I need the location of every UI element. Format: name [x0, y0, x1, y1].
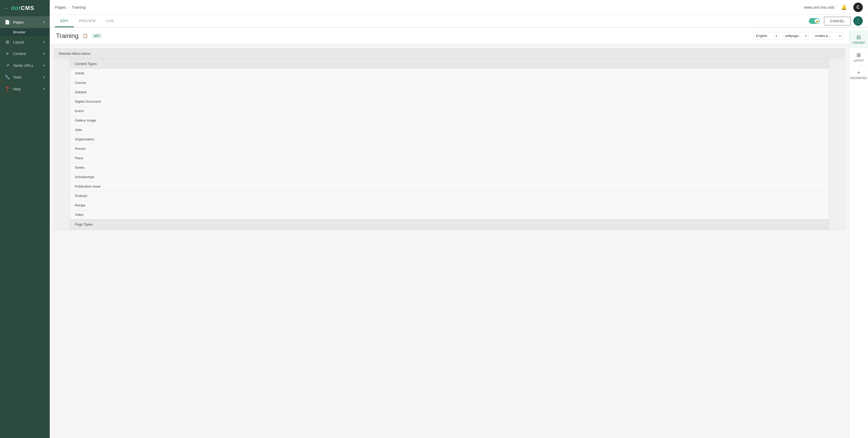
breadcrumb-separator: › [68, 5, 70, 9]
page-title-bar: Training 📋 API English Spanish French ed… [50, 28, 849, 44]
tab-preview[interactable]: PREVIEW [74, 15, 101, 27]
reorder-header: Reorder-Menu-Items [54, 49, 845, 59]
language-select-wrapper: English Spanish French [753, 32, 779, 39]
content-type-item[interactable]: Digital Document [70, 97, 829, 106]
page-content: Training 📋 API English Spanish French ed… [50, 28, 868, 438]
layout-icon: ⊞ [5, 39, 10, 45]
sidebar-item-layout-label: Layout [13, 40, 40, 44]
content-type-item[interactable]: Gallery Image [70, 116, 829, 125]
pages-icon: 📄 [5, 20, 10, 25]
toggle-container: 🔒 [809, 18, 820, 24]
api-badge[interactable]: API [92, 33, 101, 38]
tab-bar: EDIT PREVIEW LIVE 🔒 CANCEL ⋮ [50, 15, 868, 28]
main-area: Pages › Training www.canr.msu.edu 🔔 C ED… [50, 0, 868, 438]
content-rs-icon: ⊟ [857, 34, 861, 40]
layout-chevron-icon: ▾ [43, 40, 45, 44]
sidebar-item-help-label: Help [13, 87, 40, 91]
layout-rs-icon: ⊞ [857, 52, 861, 58]
sidebar-logo: ← dotCMS [0, 0, 50, 16]
vanity-urls-chevron-icon: ▾ [43, 64, 45, 67]
logo-cms: CMS [21, 5, 34, 11]
help-chevron-icon: ▾ [43, 87, 45, 91]
viewmode-select-wrapper: modes.p... modes.layout [812, 32, 843, 39]
content-type-item[interactable]: Recipe [70, 201, 829, 210]
content-type-item[interactable]: Video [70, 210, 829, 219]
user-avatar[interactable]: C [853, 3, 863, 12]
breadcrumb: Pages › Training [55, 5, 86, 9]
sidebar-item-content[interactable]: ≡ Content ▾ [0, 48, 50, 59]
vanity-urls-icon: ↗ [5, 63, 10, 68]
top-header: Pages › Training www.canr.msu.edu 🔔 C [50, 0, 868, 15]
sidebar-item-tools[interactable]: 🔧 Tools ▾ [0, 71, 50, 83]
content-types-list: ArticleCourseDatasetDigital DocumentEven… [70, 69, 829, 219]
sidebar-item-browser[interactable]: Browser [0, 28, 50, 36]
toggle-thumb: 🔒 [815, 19, 819, 23]
content-type-item[interactable]: Series [70, 163, 829, 172]
tools-chevron-icon: ▾ [43, 76, 45, 79]
help-icon: ❓ [5, 86, 10, 91]
page-types-header: Page Types [70, 220, 829, 229]
right-sidebar-properties[interactable]: + PROPERTIES [849, 66, 868, 83]
domain-url: www.canr.msu.edu [804, 5, 835, 9]
sidebar-item-layout[interactable]: ⊞ Layout ▾ [0, 36, 50, 48]
content-type-item[interactable]: Publication Issue [70, 182, 829, 191]
tools-icon: 🔧 [5, 75, 10, 80]
content-type-item[interactable]: Place [70, 153, 829, 163]
content-rs-label: CONTENT [852, 41, 865, 44]
tab-edit[interactable]: EDIT [55, 15, 74, 27]
browser-label: Browser [13, 30, 26, 34]
properties-rs-label: PROPERTIES [850, 77, 867, 80]
copy-icon[interactable]: 📋 [82, 32, 89, 39]
editmode-select-wrapper: editpage... preview [782, 32, 809, 39]
logo-dot: dot [11, 5, 21, 11]
sidebar-nav: 📄 Pages ▾ Browser ⊞ Layout ▾ ≡ Content ▾… [0, 16, 50, 438]
content-type-item[interactable]: Person [70, 144, 829, 153]
right-sidebar: ⊟ CONTENT ⊞ LAYOUT + PROPERTIES [849, 28, 868, 438]
back-arrow-icon[interactable]: ← [4, 5, 9, 11]
content-type-item[interactable]: Course [70, 78, 829, 87]
page-types-panel: Page Types [70, 220, 829, 230]
viewmode-select[interactable]: modes.p... modes.layout [812, 32, 843, 39]
breadcrumb-pages[interactable]: Pages [55, 5, 66, 9]
reorder-section: Reorder-Menu-Items Content Types Article… [54, 48, 845, 230]
content-chevron-icon: ▾ [43, 52, 45, 56]
content-type-item[interactable]: Podcast [70, 191, 829, 201]
language-select[interactable]: English Spanish French [753, 32, 779, 39]
pages-chevron-icon: ▾ [43, 21, 45, 24]
sidebar-item-tools-label: Tools [13, 75, 40, 79]
sidebar-item-pages[interactable]: 📄 Pages ▾ [0, 16, 50, 28]
tab-live[interactable]: LIVE [101, 15, 119, 27]
more-options-button[interactable]: ⋮ [853, 16, 863, 26]
page-title: Training [56, 32, 79, 39]
content-type-item[interactable]: Jobs [70, 125, 829, 135]
logo: dotCMS [11, 5, 34, 11]
content-type-item[interactable]: Article [70, 69, 829, 78]
breadcrumb-current: Training [72, 5, 86, 9]
content-type-item[interactable]: Scholarships [70, 172, 829, 182]
sidebar-item-content-label: Content [13, 52, 40, 56]
sidebar-item-vanity-urls[interactable]: ↗ Vanity URLs ▾ [0, 59, 50, 71]
content-types-header: Content Types [70, 59, 829, 69]
content-types-panel: Content Types ArticleCourseDatasetDigita… [70, 59, 829, 220]
editmode-select[interactable]: editpage... preview [782, 32, 809, 39]
content-icon: ≡ [5, 51, 10, 56]
editor-area: Training 📋 API English Spanish French ed… [50, 28, 849, 438]
notification-icon[interactable]: 🔔 [840, 3, 848, 11]
content-type-item[interactable]: Dataset [70, 87, 829, 97]
sidebar-item-help[interactable]: ❓ Help ▾ [0, 83, 50, 95]
sidebar-item-pages-label: Pages [13, 20, 40, 24]
right-sidebar-layout[interactable]: ⊞ LAYOUT [849, 48, 868, 66]
content-type-item[interactable]: Organization [70, 135, 829, 144]
sidebar-item-vanity-urls-label: Vanity URLs [13, 63, 40, 67]
right-sidebar-content[interactable]: ⊟ CONTENT [849, 30, 868, 48]
live-toggle[interactable]: 🔒 [809, 18, 820, 24]
cancel-button[interactable]: CANCEL [824, 17, 851, 25]
content-type-item[interactable]: Event [70, 106, 829, 116]
add-icon: + [857, 70, 860, 76]
sidebar: ← dotCMS 📄 Pages ▾ Browser ⊞ Layout ▾ ≡ … [0, 0, 50, 438]
layout-rs-label: LAYOUT [854, 59, 864, 62]
